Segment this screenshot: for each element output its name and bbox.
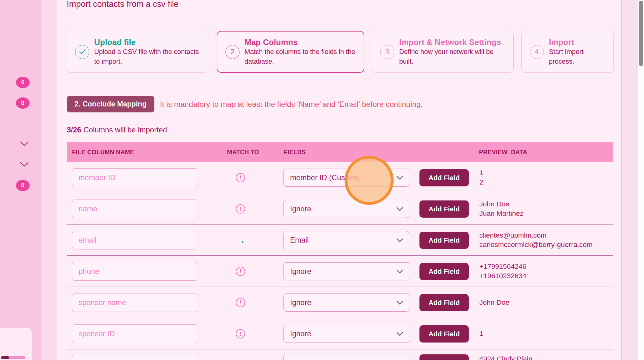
file-column-input[interactable] <box>72 231 198 249</box>
fields-dropdown[interactable]: Ignore <box>283 200 409 218</box>
match-status-cell <box>232 349 249 360</box>
chevron-down-icon <box>396 332 403 336</box>
add-field-button[interactable]: Add Field <box>419 294 469 311</box>
chevron-down-icon <box>396 269 403 274</box>
match-status-cell: → <box>232 224 249 256</box>
header-match-to: MATCH TO <box>227 142 259 162</box>
preview-data-cell: John DoeJuan Martinez <box>479 193 610 224</box>
file-column-input[interactable] <box>72 200 198 218</box>
step-marker-icon: 3 <box>380 45 394 59</box>
preview-data-cell: 1 <box>479 318 610 349</box>
content-right-gutter <box>622 0 638 360</box>
chevron-down-icon <box>396 301 403 305</box>
preview-value: carlosmccormick@berry-guerra.com <box>479 240 610 249</box>
wizard-step-card[interactable]: 3 Import & Network Settings Define how y… <box>372 31 514 73</box>
step-description: Upload a CSV file with the contacts to i… <box>94 47 203 67</box>
fields-dropdown-value: Ignore <box>284 205 396 213</box>
wizard-step-card[interactable]: 4 Import Start import process. <box>521 31 614 73</box>
file-column-input[interactable] <box>72 262 198 281</box>
fields-dropdown[interactable]: Ignore <box>283 325 409 343</box>
table-row: ! Ignore Add Field John DoeJuan Martinez <box>67 193 613 224</box>
columns-imported-summary: 3/26 Columns will be imported. <box>67 126 169 134</box>
fields-dropdown-value: Ignore <box>284 298 396 307</box>
fields-dropdown-value: Ignore <box>284 329 396 338</box>
preview-value: +17991564246 <box>479 262 610 271</box>
table-row: Add Field 4924 Cindy Plain <box>67 349 613 360</box>
fields-dropdown[interactable]: Email <box>283 231 409 249</box>
table-row: → Email Add Field clientes@upmlm.comcarl… <box>67 224 613 256</box>
warning-icon: ! <box>236 173 245 182</box>
file-column-input[interactable] <box>72 293 198 312</box>
preview-data-cell: 12 <box>479 162 610 193</box>
file-column-input[interactable] <box>72 354 198 360</box>
step-marker-icon: 4 <box>530 45 544 59</box>
table-header-row: FILE COLUMN NAME MATCH TO FIELDS PREVIEW… <box>67 142 613 162</box>
table-row: ! Ignore Add Field +17991564246+19610232… <box>67 256 613 287</box>
progress-bar-fill <box>1 356 9 359</box>
notification-badge: 0 <box>16 77 30 88</box>
step-description: Start import process. <box>549 47 608 67</box>
step-title: Import & Network Settings <box>399 37 508 47</box>
add-field-button[interactable]: Add Field <box>419 200 469 218</box>
match-status-cell: ! <box>232 287 249 318</box>
match-status-cell: ! <box>232 162 249 193</box>
mandatory-warning-text: It is mandatory to map at least the fiel… <box>160 100 423 109</box>
check-icon <box>75 45 89 59</box>
match-status-cell: ! <box>232 256 249 287</box>
add-field-button[interactable]: Add Field <box>419 169 469 186</box>
chevron-down-icon[interactable] <box>19 161 29 167</box>
notification-badge: 0 <box>16 97 30 109</box>
chevron-down-icon <box>396 238 403 242</box>
notification-badge: 0 <box>16 180 30 191</box>
preview-data-cell: +17991564246+19610232634 <box>479 256 610 287</box>
header-fields: FIELDS <box>284 142 306 162</box>
preview-value: John Doe <box>479 298 610 307</box>
vertical-scrollbar[interactable] <box>638 0 644 360</box>
preview-value: +19610232634 <box>479 271 610 281</box>
warning-icon: ! <box>236 329 245 338</box>
step-description: Define how your network will be built. <box>399 47 508 67</box>
fields-dropdown-value: Email <box>284 236 396 244</box>
fields-dropdown-value: Ignore <box>284 267 396 276</box>
file-column-input[interactable] <box>72 324 198 343</box>
step-title: Upload file <box>94 37 203 47</box>
wizard-step-card[interactable]: Upload file Upload a CSV file with the c… <box>67 31 209 73</box>
sidebar-bottom-panel <box>0 327 32 360</box>
preview-value: John Doe <box>479 200 610 209</box>
preview-value: clientes@upmlm.com <box>479 231 610 240</box>
table-row: ! member ID (Custom) Add Field 12 <box>67 162 613 193</box>
conclude-mapping-button[interactable]: 2. Conclude Mapping <box>67 96 154 112</box>
preview-data-cell: John Doe <box>479 287 610 318</box>
fields-dropdown[interactable]: Ignore <box>283 293 409 312</box>
preview-data-cell: 4924 Cindy Plain <box>479 349 610 360</box>
warning-icon: ! <box>236 204 245 214</box>
add-field-button[interactable]: Add Field <box>419 263 469 280</box>
warning-icon: ! <box>236 267 245 276</box>
chevron-down-icon <box>396 207 403 211</box>
add-field-button[interactable]: Add Field <box>419 325 469 343</box>
sidebar-gutter <box>42 0 57 360</box>
fields-dropdown[interactable]: member ID (Custom) <box>283 169 409 187</box>
preview-value: 4924 Cindy Plain <box>479 354 610 360</box>
scrollbar-thumb[interactable] <box>639 1 643 66</box>
add-field-button[interactable]: Add Field <box>419 232 469 249</box>
fields-dropdown-value: member ID (Custom) <box>284 173 396 182</box>
match-status-cell: ! <box>232 318 249 349</box>
file-column-input[interactable] <box>72 168 198 187</box>
header-preview-data: PREVIEW_DATA <box>479 142 527 162</box>
fields-dropdown[interactable]: Ignore <box>283 262 409 280</box>
preview-value: Juan Martinez <box>479 209 610 218</box>
chevron-down-icon[interactable] <box>19 141 29 146</box>
fields-dropdown[interactable] <box>283 354 409 360</box>
table-row: ! Ignore Add Field John Doe <box>67 287 613 318</box>
columns-imported-note: Columns will be imported. <box>81 126 169 134</box>
preview-data-cell: clientes@upmlm.comcarlosmccormick@berry-… <box>479 224 610 256</box>
header-file-column-name: FILE COLUMN NAME <box>72 142 134 162</box>
preview-value: 1 <box>479 329 610 338</box>
preview-value: 2 <box>479 178 610 187</box>
step-title: Map Columns <box>245 37 358 47</box>
step-title: Import <box>549 37 608 47</box>
add-field-button[interactable]: Add Field <box>419 354 469 360</box>
wizard-step-card[interactable]: 2 Map Columns Match the columns to the f… <box>217 31 364 73</box>
step-marker-icon: 2 <box>225 45 240 59</box>
